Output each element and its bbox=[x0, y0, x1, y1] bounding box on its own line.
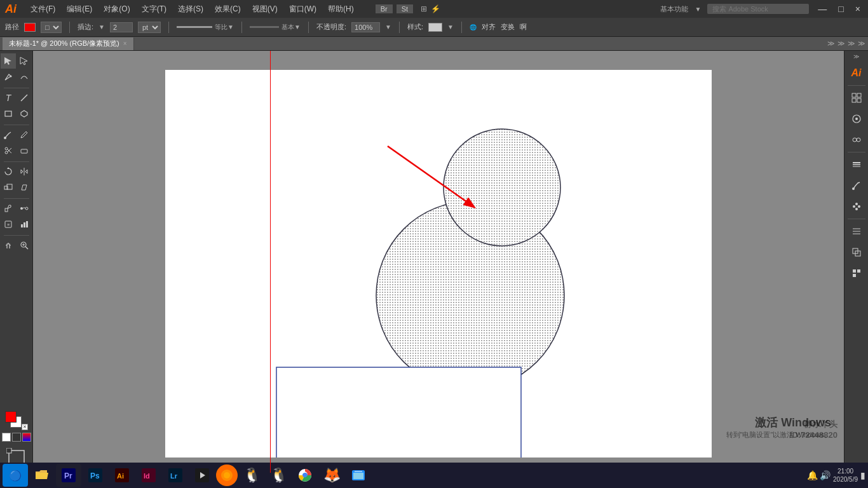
taskbar-illustrator-btn[interactable]: Ai bbox=[109, 464, 135, 487]
document-tab[interactable]: 未标题-1* @ 200% (RGB/像素预览) × bbox=[3, 37, 134, 50]
adobe-stock-search[interactable] bbox=[707, 4, 809, 14]
transform-label[interactable]: 变换 bbox=[501, 22, 515, 32]
show-desktop-btn[interactable]: ▮ bbox=[860, 470, 865, 480]
color-panel-btn[interactable] bbox=[847, 109, 866, 128]
stroke-line-preview[interactable]: 等比 ▼ bbox=[177, 23, 234, 32]
taskbar-edge-btn[interactable]: 🔵 bbox=[3, 464, 28, 487]
align-label[interactable]: 对齐 bbox=[482, 22, 496, 32]
fg-color-swatch[interactable] bbox=[5, 411, 17, 423]
pt-value-input[interactable] bbox=[110, 22, 133, 32]
taskbar-orange-btn[interactable] bbox=[216, 464, 238, 486]
small-circle[interactable] bbox=[444, 129, 560, 246]
taskbar-chrome-btn[interactable] bbox=[292, 464, 318, 487]
datetime-display[interactable]: 21:00 2020/5/9 bbox=[833, 467, 858, 484]
opacity-down-icon: ▼ bbox=[385, 24, 391, 30]
shape-mode-select[interactable]: □ bbox=[41, 22, 62, 33]
extra-icon[interactable]: 啊 bbox=[520, 22, 527, 32]
reflect-tool[interactable] bbox=[17, 164, 32, 179]
extra-panel-btn[interactable] bbox=[847, 264, 866, 283]
sep6 bbox=[461, 22, 462, 33]
paintbrush-tool[interactable] bbox=[1, 127, 16, 142]
canvas-area[interactable]: 激活 Windows 转到"电脑设置"以激活 Windows。 静水丫头 ID:… bbox=[33, 51, 844, 473]
symbol-tool[interactable]: ≡ bbox=[1, 217, 16, 232]
zoom-tool[interactable] bbox=[17, 238, 32, 253]
symbols-panel-btn[interactable] bbox=[847, 197, 866, 216]
panel-collapse-1[interactable]: ≫ bbox=[827, 39, 835, 48]
panel-collapse-3[interactable]: ≫ bbox=[848, 39, 855, 48]
pathfinder-panel-btn[interactable] bbox=[847, 243, 866, 262]
tool-sep-4 bbox=[4, 198, 29, 199]
pencil-tool[interactable] bbox=[17, 127, 32, 142]
tray-icon-2[interactable]: 🔊 bbox=[820, 470, 831, 480]
select-tool[interactable] bbox=[1, 53, 16, 69]
direct-select-tool[interactable] bbox=[17, 53, 32, 69]
menu-edit[interactable]: 编辑(E) bbox=[62, 3, 97, 16]
svg-point-21 bbox=[20, 207, 23, 210]
time-display: 21:00 bbox=[833, 467, 858, 475]
taskbar-premiere-btn[interactable]: Pr bbox=[56, 464, 81, 487]
panel-collapse-4[interactable]: ≫ bbox=[858, 39, 865, 48]
brushes-panel-btn[interactable] bbox=[847, 176, 866, 195]
style-swatch[interactable] bbox=[428, 23, 442, 32]
panel-arrow-group: ≫ bbox=[853, 53, 859, 60]
taskbar-penguin-btn[interactable]: 🐧 bbox=[239, 464, 264, 487]
align-panel-btn[interactable] bbox=[847, 222, 866, 241]
canvas[interactable] bbox=[165, 70, 712, 458]
transform-panel-btn[interactable] bbox=[847, 88, 866, 107]
rect-tool[interactable] bbox=[1, 106, 16, 121]
shear-tool[interactable] bbox=[17, 180, 32, 195]
taskbar-penguin2-btn[interactable]: 🐧 bbox=[266, 464, 291, 487]
menu-view[interactable]: 视图(V) bbox=[247, 3, 283, 16]
bridge-btn[interactable]: Br bbox=[376, 4, 393, 13]
menu-file[interactable]: 文件(F) bbox=[25, 3, 60, 16]
panel-collapse-2[interactable]: ≫ bbox=[837, 39, 845, 48]
line-tool[interactable] bbox=[17, 90, 32, 105]
tab-close-btn[interactable]: × bbox=[123, 40, 127, 47]
white-swatch[interactable] bbox=[2, 433, 11, 442]
taskbar-folder-btn[interactable] bbox=[29, 464, 55, 487]
menu-effect[interactable]: 效果(C) bbox=[210, 3, 246, 16]
rotate-tool[interactable] bbox=[1, 164, 16, 179]
black-swatch[interactable] bbox=[12, 433, 21, 442]
stock-btn[interactable]: St bbox=[397, 4, 413, 13]
column-graph-tool[interactable] bbox=[17, 217, 32, 232]
menu-text[interactable]: 文字(T) bbox=[137, 3, 172, 16]
curvature-tool[interactable] bbox=[17, 69, 32, 85]
no-color-btn[interactable]: ✕ bbox=[22, 424, 28, 430]
ai-panel-btn[interactable]: Ai bbox=[847, 64, 866, 83]
taskbar-explorer-btn[interactable] bbox=[346, 464, 371, 487]
type-tool[interactable]: T bbox=[1, 90, 16, 105]
eyedropper-tool[interactable] bbox=[1, 201, 16, 216]
stroke-color-swatch[interactable] bbox=[24, 23, 36, 32]
polygon-tool[interactable] bbox=[17, 106, 32, 121]
menu-object[interactable]: 对象(O) bbox=[98, 3, 135, 16]
menu-window[interactable]: 窗口(W) bbox=[284, 3, 322, 16]
appearance-panel-btn[interactable] bbox=[847, 130, 866, 149]
panel-arrow-left[interactable]: ≫ bbox=[853, 53, 859, 60]
close-btn[interactable]: × bbox=[853, 4, 863, 14]
gradient-swatch[interactable] bbox=[22, 433, 31, 442]
taskbar-indesign-btn[interactable]: Id bbox=[136, 464, 161, 487]
right-floating-panel: ≫ Ai bbox=[844, 51, 868, 473]
layers-panel-btn[interactable] bbox=[847, 155, 866, 174]
taskbar-lightroom-btn[interactable]: Lr bbox=[163, 464, 188, 487]
menu-select[interactable]: 选择(S) bbox=[173, 3, 208, 16]
blend-tool[interactable] bbox=[17, 201, 32, 216]
taskbar-media-btn[interactable] bbox=[189, 464, 215, 487]
rectangle[interactable] bbox=[276, 367, 521, 458]
hand-tool[interactable] bbox=[1, 238, 16, 253]
taskbar-firefox-btn[interactable]: 🦊 bbox=[319, 464, 344, 487]
scale-tool[interactable] bbox=[1, 180, 16, 195]
minimize-btn[interactable]: — bbox=[815, 4, 829, 14]
stroke-basic-preview[interactable]: 基本 ▼ bbox=[250, 23, 301, 32]
sep3 bbox=[241, 22, 242, 33]
scissors-tool[interactable] bbox=[1, 143, 16, 158]
pen-tool[interactable] bbox=[1, 69, 16, 85]
opacity-input[interactable] bbox=[351, 22, 380, 32]
taskbar-photoshop-btn[interactable]: Ps bbox=[83, 464, 108, 487]
pt-unit-select[interactable]: pt bbox=[138, 22, 161, 33]
tray-icon-1[interactable]: 🔔 bbox=[807, 470, 818, 480]
eraser-tool[interactable] bbox=[17, 143, 32, 158]
maximize-btn[interactable]: □ bbox=[836, 4, 846, 14]
menu-help[interactable]: 帮助(H) bbox=[323, 3, 359, 16]
